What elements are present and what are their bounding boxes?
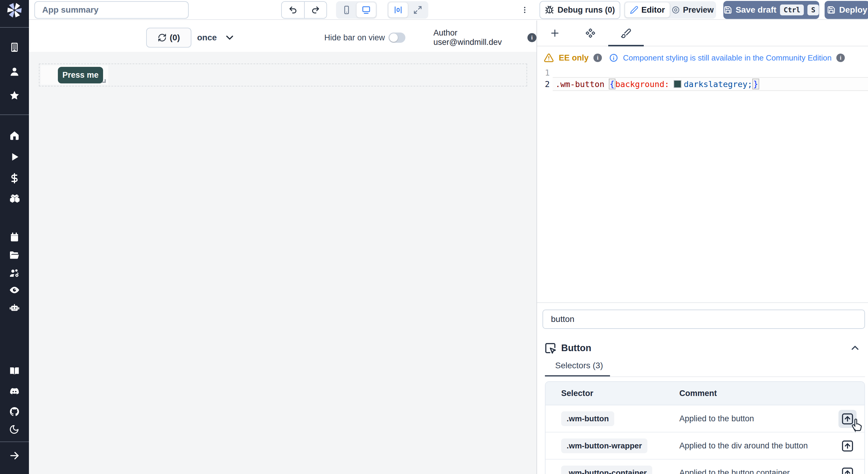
tab-components-settings[interactable] xyxy=(572,21,608,46)
theme-toggle-button[interactable] xyxy=(9,424,20,435)
play-icon xyxy=(9,151,20,162)
tab-editor[interactable]: Editor xyxy=(625,2,670,18)
copy-selector-button[interactable] xyxy=(838,437,857,455)
book-open-icon xyxy=(9,366,20,376)
code-line[interactable]: .wm-button { background: darkslategrey ;… xyxy=(555,78,759,90)
windmill-logo[interactable] xyxy=(6,2,23,19)
table-row: .wm-button-container Applied to the butt… xyxy=(546,460,864,474)
comment-column-header: Comment xyxy=(679,389,717,398)
selector-column-header: Selector xyxy=(546,389,679,398)
ee-notice-text: Component styling is still available in … xyxy=(623,53,832,63)
component-search-input[interactable] xyxy=(542,310,865,329)
device-toggle-group xyxy=(336,1,377,19)
sidebar-item-resources[interactable] xyxy=(9,193,20,204)
eye-icon xyxy=(9,291,20,296)
tab-selectors[interactable]: Selectors (3) xyxy=(555,361,603,370)
grid-row: Press me xyxy=(39,64,527,87)
moon-icon xyxy=(9,424,20,435)
components-icon xyxy=(585,28,596,39)
component-cell[interactable]: Press me xyxy=(41,65,108,84)
line-number: 1 xyxy=(539,68,550,77)
run-mode-select[interactable]: once xyxy=(197,28,236,47)
tab-styling[interactable] xyxy=(608,21,644,46)
component-title: Button xyxy=(561,343,591,353)
sidebar-item-audit-logs[interactable] xyxy=(9,284,20,296)
app-canvas[interactable]: Press me xyxy=(29,52,536,474)
component-section-header[interactable]: Button xyxy=(544,341,591,356)
run-mode-value: once xyxy=(197,33,217,42)
undo-button[interactable] xyxy=(282,2,304,18)
home-icon xyxy=(9,130,20,141)
center-layout-button[interactable] xyxy=(389,2,408,18)
desktop-view-button[interactable] xyxy=(356,2,376,18)
pencil-icon xyxy=(630,6,638,14)
workspace-button[interactable] xyxy=(9,42,20,53)
app-button-component[interactable]: Press me xyxy=(58,67,103,83)
smartphone-icon xyxy=(342,5,351,14)
table-row: .wm-button Applied to the button xyxy=(546,405,864,433)
hide-bar-label: Hide bar on view xyxy=(300,28,385,47)
sidebar-item-variables[interactable] xyxy=(9,173,20,184)
fullscreen-button[interactable] xyxy=(408,2,427,18)
discord-button[interactable] xyxy=(9,386,20,397)
redo-button[interactable] xyxy=(304,2,327,18)
github-button[interactable] xyxy=(9,406,20,417)
refresh-count: (0) xyxy=(170,33,180,42)
warning-triangle-icon xyxy=(544,53,554,63)
square-mouse-pointer-icon xyxy=(544,342,556,354)
open-brace-token: { xyxy=(609,78,615,90)
user-menu-button[interactable] xyxy=(9,66,20,77)
info-icon[interactable]: i xyxy=(527,33,536,42)
docs-button[interactable] xyxy=(9,366,20,376)
css-property-token: background: xyxy=(615,79,670,89)
debug-runs-label: Debug runs (0) xyxy=(558,5,615,15)
deploy-label: Deploy xyxy=(839,5,867,15)
more-options-button[interactable] xyxy=(521,4,528,16)
tab-preview[interactable]: Preview xyxy=(670,2,715,18)
color-swatch[interactable] xyxy=(674,80,681,88)
mobile-view-button[interactable] xyxy=(337,2,356,18)
plus-icon xyxy=(550,28,560,39)
windmill-app-editor: Debug runs (0) Editor Preview Save draft… xyxy=(0,0,868,474)
copy-selector-button[interactable] xyxy=(838,464,857,474)
info-icon[interactable]: i xyxy=(593,54,602,62)
sidebar-item-groups[interactable] xyxy=(9,268,20,278)
tab-bar-line xyxy=(545,376,865,377)
sidebar-divider xyxy=(0,27,29,28)
refresh-runnables-button[interactable]: (0) xyxy=(146,28,191,47)
sidebar-item-runs[interactable] xyxy=(9,151,20,162)
sidebar-item-schedules[interactable] xyxy=(9,232,20,243)
info-circle-icon xyxy=(609,53,618,62)
sidebar-item-workers[interactable] xyxy=(9,303,20,313)
star-icon xyxy=(9,90,20,101)
app-summary-input[interactable] xyxy=(34,1,189,19)
deploy-button[interactable]: Deploy xyxy=(825,1,868,19)
selector-badge: .wm-button-wrapper xyxy=(561,438,647,453)
favorites-button[interactable] xyxy=(9,90,20,101)
github-icon xyxy=(9,413,20,418)
save-draft-button[interactable]: Save draft Ctrl S xyxy=(723,1,819,19)
ee-only-badge: EE only xyxy=(559,53,589,63)
brush-icon xyxy=(621,28,631,39)
expand-sidebar-button[interactable] xyxy=(9,450,20,461)
canvas-toolbar: (0) once Hide bar on view Author user@wi… xyxy=(29,21,536,52)
author-info: Author user@windmill.dev i xyxy=(433,28,536,47)
resize-handle[interactable] xyxy=(102,79,106,83)
tab-insert-component[interactable] xyxy=(537,21,572,46)
history-group xyxy=(281,1,327,19)
info-icon[interactable]: i xyxy=(836,54,845,62)
save-draft-label: Save draft xyxy=(736,5,776,15)
selector-badge: .wm-button-container xyxy=(561,466,652,474)
arrow-up-square-icon xyxy=(841,467,854,474)
semicolon-token: ; xyxy=(747,79,752,89)
debug-runs-button[interactable]: Debug runs (0) xyxy=(539,1,620,19)
align-center-icon xyxy=(394,5,403,14)
sidebar-item-folders[interactable] xyxy=(9,250,20,261)
undo-icon xyxy=(288,5,298,14)
toggle-knob xyxy=(390,33,398,42)
collapse-section-button[interactable] xyxy=(849,342,861,353)
hide-bar-toggle[interactable] xyxy=(389,33,405,43)
save-icon xyxy=(724,6,732,14)
panel-tabs xyxy=(537,21,868,46)
sidebar-item-home[interactable] xyxy=(9,130,20,141)
